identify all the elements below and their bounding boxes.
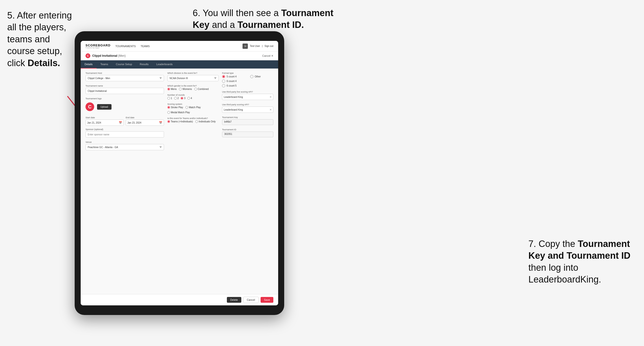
rounds-2-radio[interactable] <box>174 97 177 100</box>
save-button[interactable]: Save <box>260 297 273 303</box>
individuals-only-option[interactable]: Individuals Only <box>195 120 216 123</box>
teams-plus-individuals-radio[interactable] <box>168 120 170 123</box>
sign-out-link[interactable]: Sign out <box>264 45 273 47</box>
start-date-field: Start date 📅 <box>86 116 124 126</box>
teams-plus-individuals-option[interactable]: Teams (+Individuals) <box>168 120 193 123</box>
tab-leaderboards[interactable]: Leaderboards <box>152 60 176 69</box>
tab-results[interactable]: Results <box>136 60 152 69</box>
format-6count4-option[interactable]: 6 count 4 <box>222 80 246 83</box>
gender-combined-option[interactable]: Combined <box>194 88 209 90</box>
format-other-radio[interactable] <box>250 75 253 78</box>
sponsor-input[interactable] <box>86 131 164 138</box>
format-6count5-option[interactable]: 6 count 5 <box>222 84 246 87</box>
annotation-top-right: 6. You will then see a Tournament Key an… <box>193 7 337 31</box>
format-other-option[interactable]: Other <box>250 75 274 78</box>
tournament-logo-section: Tournament logo C Upload <box>86 97 164 113</box>
teams-section: Is this event for Teams and/or Individua… <box>168 117 219 123</box>
gender-womens-option[interactable]: Womens <box>179 88 192 90</box>
scoring-match-radio[interactable] <box>186 106 188 109</box>
format-5count4-radio[interactable] <box>222 75 225 78</box>
api1-select-wrap: ✕ <box>222 94 273 100</box>
format-label: Format type <box>222 72 273 74</box>
scoring-stroke-option[interactable]: Stroke Play <box>168 106 183 109</box>
cancel-button[interactable]: Cancel <box>243 297 259 303</box>
upload-button[interactable]: Upload <box>97 104 112 110</box>
tournament-title-bar: C Clippd Invitational (Men) Cancel ✕ <box>81 51 278 60</box>
api2-clear-icon[interactable]: ✕ <box>270 108 272 111</box>
division-section: Which division is the event for? NCAA Di… <box>168 72 219 81</box>
gender-mens-radio[interactable] <box>168 88 170 90</box>
format-5count4-label: 5 count 4 <box>227 75 236 78</box>
tab-course-setup[interactable]: Course Setup <box>112 60 136 69</box>
api2-select-wrap: ✕ <box>222 107 273 113</box>
scoring-match-option[interactable]: Match Play <box>186 106 200 109</box>
form-col-1: Tournament Host Clippd College - Men Tou… <box>86 72 164 151</box>
tablet-device: SCOREBOARD Powered by clippd TOURNAMENTS… <box>75 31 284 315</box>
api1-input[interactable] <box>224 96 270 98</box>
end-date-field: End date 📅 <box>126 116 164 126</box>
sponsor-label: Sponsor (optional) <box>86 128 164 131</box>
api2-section: Use third-party scoring API? ✕ <box>222 103 273 113</box>
logo-c-icon: C <box>86 102 94 111</box>
start-date-input[interactable] <box>87 121 118 124</box>
format-6count5-label: 6 count 5 <box>227 84 236 87</box>
tournament-logo-label: Tournament logo <box>86 97 164 100</box>
rounds-section: Number of rounds 1 2 3 <box>168 94 219 100</box>
tournament-id-label: Tournament ID <box>222 128 273 131</box>
delete-button[interactable]: Delete <box>227 297 241 303</box>
form-grid: Tournament Host Clippd College - Men Tou… <box>86 72 273 151</box>
tournament-host-select[interactable]: Clippd College - Men <box>86 75 164 81</box>
end-date-input-wrap: 📅 <box>126 120 164 126</box>
format-other-label: Other <box>255 75 261 78</box>
tab-details[interactable]: Details <box>81 60 96 69</box>
rounds-2-option[interactable]: 2 <box>174 97 179 100</box>
venue-select[interactable]: Peachtree GC - Atlanta - GA <box>86 144 164 150</box>
api2-input[interactable] <box>224 108 270 111</box>
main-content: Tournament Host Clippd College - Men Tou… <box>81 69 278 294</box>
rounds-1-radio[interactable] <box>168 97 170 100</box>
cancel-x-button[interactable]: Cancel ✕ <box>262 54 273 57</box>
scoring-medal-option[interactable]: Medal Match Play <box>168 111 190 114</box>
tournament-name-label: Tournament name <box>86 85 164 87</box>
form-col-3: Format type 5 count 4 <box>222 72 273 151</box>
tournament-key-value: b4f6b7 <box>222 119 273 125</box>
format-6count5-radio[interactable] <box>222 84 225 87</box>
teams-label: Is this event for Teams and/or Individua… <box>168 117 219 120</box>
action-bar: Delete Cancel Save <box>81 294 278 305</box>
rounds-1-option[interactable]: 1 <box>168 97 172 100</box>
scoring-stroke-radio[interactable] <box>168 106 170 109</box>
scoring-medal-radio[interactable] <box>168 111 170 114</box>
sponsor-section: Sponsor (optional) <box>86 128 164 138</box>
tabs-bar: Details Teams Course Setup Results Leade… <box>81 60 278 69</box>
app-header: SCOREBOARD Powered by clippd TOURNAMENTS… <box>81 41 278 51</box>
tab-teams[interactable]: Teams <box>96 60 112 69</box>
nav-teams[interactable]: TEAMS <box>141 45 150 48</box>
gender-womens-radio[interactable] <box>179 88 182 90</box>
gender-combined-radio[interactable] <box>194 88 197 90</box>
api1-label: Use third-party live scoring API? <box>222 91 273 93</box>
logo-upload-area: C Upload <box>86 101 164 113</box>
nav-tournaments[interactable]: TOURNAMENTS <box>115 45 136 48</box>
individuals-only-radio[interactable] <box>195 120 198 123</box>
format-6count4-label: 6 count 4 <box>227 80 236 82</box>
api2-label: Use third-party scoring API? <box>222 103 273 106</box>
separator: | <box>262 45 263 47</box>
rounds-3-radio[interactable] <box>181 97 183 100</box>
tournament-key-section: Tournament Key b4f6b7 <box>222 116 273 125</box>
api1-clear-icon[interactable]: ✕ <box>270 95 272 99</box>
rounds-3-option[interactable]: 3 <box>181 97 186 100</box>
start-date-calendar-icon: 📅 <box>119 121 122 124</box>
end-date-calendar-icon: 📅 <box>159 121 162 124</box>
rounds-label: Number of rounds <box>168 94 219 96</box>
api1-section: Use third-party live scoring API? ✕ <box>222 91 273 100</box>
gender-mens-option[interactable]: Mens <box>168 88 176 90</box>
scoring-section: Scoring system Stroke Play Match Play Me… <box>168 103 219 114</box>
format-6count4-radio[interactable] <box>222 80 225 83</box>
tournament-name-input[interactable] <box>86 88 164 94</box>
format-5count4-option[interactable]: 5 count 4 <box>222 75 246 78</box>
division-select[interactable]: NCAA Division III <box>168 75 219 81</box>
rounds-4-radio[interactable] <box>187 97 190 100</box>
end-date-input[interactable] <box>128 121 158 124</box>
tournament-name-section: Tournament name <box>86 85 164 94</box>
rounds-4-option[interactable]: 4 <box>187 97 192 100</box>
